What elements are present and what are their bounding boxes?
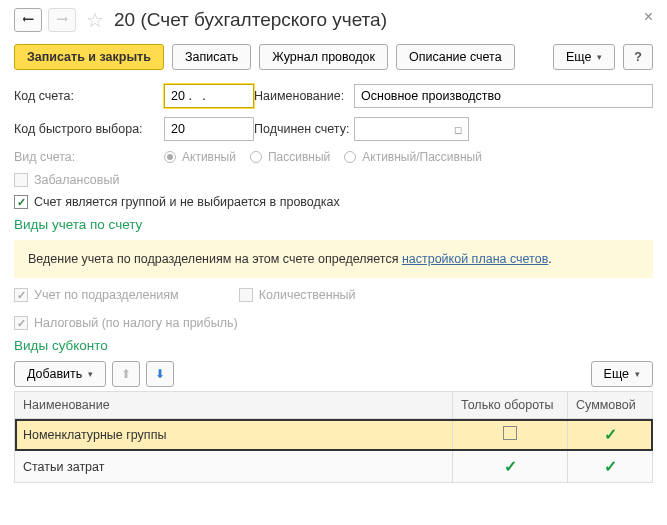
qty-label: Количественный <box>259 288 356 302</box>
table-row[interactable]: Статьи затрат ✓ ✓ <box>15 451 653 483</box>
offbalance-label: Забалансовый <box>34 173 119 187</box>
subconto-turnover[interactable]: ✓ <box>453 451 568 483</box>
add-button[interactable]: Добавить▾ <box>14 361 106 387</box>
subconto-sum[interactable]: ✓ <box>568 451 653 483</box>
close-icon[interactable]: × <box>644 8 653 26</box>
quick-code-input[interactable] <box>164 117 254 141</box>
subconto-table: Наименование Только обороты Суммовой Ном… <box>14 391 653 483</box>
radio-active: Активный <box>164 150 236 164</box>
chevron-down-icon: ▾ <box>597 52 602 62</box>
subconto-turnover[interactable] <box>453 419 568 451</box>
is-group-checkbox[interactable] <box>14 195 28 209</box>
offbalance-checkbox <box>14 173 28 187</box>
arrow-down-icon: ⬇ <box>155 367 165 381</box>
move-up-button[interactable]: ⬆ <box>112 361 140 387</box>
plan-settings-link[interactable]: настройкой плана счетов <box>402 252 548 266</box>
by-dept-checkbox <box>14 288 28 302</box>
section-subconto-title: Виды субконто <box>14 338 653 353</box>
nav-forward-button: 🠖 <box>48 8 76 32</box>
account-type-label: Вид счета: <box>14 150 164 164</box>
section-accounting-title: Виды учета по счету <box>14 217 653 232</box>
move-down-button[interactable]: ⬇ <box>146 361 174 387</box>
help-button[interactable]: ? <box>623 44 653 70</box>
info-bar: Ведение учета по подразделениям на этом … <box>14 240 653 278</box>
col-turnover[interactable]: Только обороты <box>453 392 568 419</box>
chevron-down-icon: ▾ <box>635 369 640 379</box>
quick-code-label: Код быстрого выбора: <box>14 122 164 136</box>
parent-account-select[interactable]: ◻ <box>354 117 469 141</box>
subconto-more-button[interactable]: Еще▾ <box>591 361 653 387</box>
tax-checkbox <box>14 316 28 330</box>
col-sum[interactable]: Суммовой <box>568 392 653 419</box>
open-icon: ◻ <box>454 124 462 135</box>
radio-passive: Пассивный <box>250 150 330 164</box>
journal-button[interactable]: Журнал проводок <box>259 44 388 70</box>
col-name[interactable]: Наименование <box>15 392 453 419</box>
account-code-input[interactable] <box>164 84 254 108</box>
account-name-input[interactable] <box>354 84 653 108</box>
qty-checkbox <box>239 288 253 302</box>
save-button[interactable]: Записать <box>172 44 251 70</box>
favorite-icon[interactable]: ☆ <box>86 8 104 32</box>
subconto-name: Номенклатурные группы <box>15 419 453 451</box>
account-code-label: Код счета: <box>14 89 164 103</box>
subconto-sum[interactable]: ✓ <box>568 419 653 451</box>
table-row[interactable]: Номенклатурные группы ✓ <box>15 419 653 451</box>
subconto-name: Статьи затрат <box>15 451 453 483</box>
chevron-down-icon: ▾ <box>88 369 93 379</box>
is-group-label: Счет является группой и не выбирается в … <box>34 195 340 209</box>
account-name-label: Наименование: <box>254 89 354 103</box>
arrow-up-icon: ⬆ <box>121 367 131 381</box>
parent-account-label: Подчинен счету: <box>254 122 354 136</box>
tax-label: Налоговый (по налогу на прибыль) <box>34 316 238 330</box>
page-title: 20 (Счет бухгалтерского учета) <box>114 9 387 31</box>
by-dept-label: Учет по подразделениям <box>34 288 179 302</box>
radio-active-passive: Активный/Пассивный <box>344 150 482 164</box>
save-and-close-button[interactable]: Записать и закрыть <box>14 44 164 70</box>
description-button[interactable]: Описание счета <box>396 44 515 70</box>
more-button[interactable]: Еще▾ <box>553 44 615 70</box>
nav-back-button[interactable]: 🠔 <box>14 8 42 32</box>
